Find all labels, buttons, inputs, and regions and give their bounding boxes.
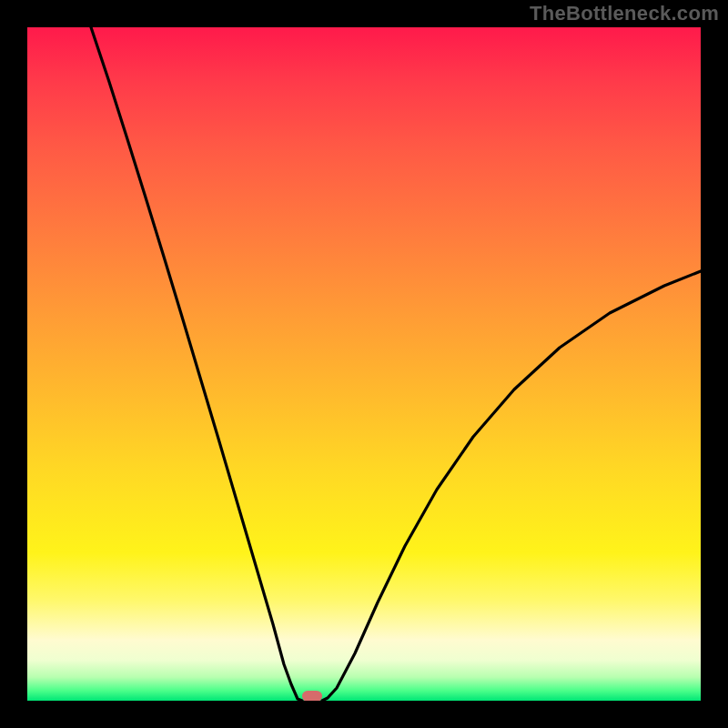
watermark-text: TheBottleneck.com bbox=[530, 2, 719, 25]
minimum-marker bbox=[302, 691, 322, 701]
left-branch-path bbox=[91, 27, 302, 701]
curve-svg bbox=[27, 27, 701, 701]
plot-area bbox=[27, 27, 701, 701]
right-branch-path bbox=[322, 271, 701, 701]
chart-frame: TheBottleneck.com bbox=[0, 0, 728, 728]
